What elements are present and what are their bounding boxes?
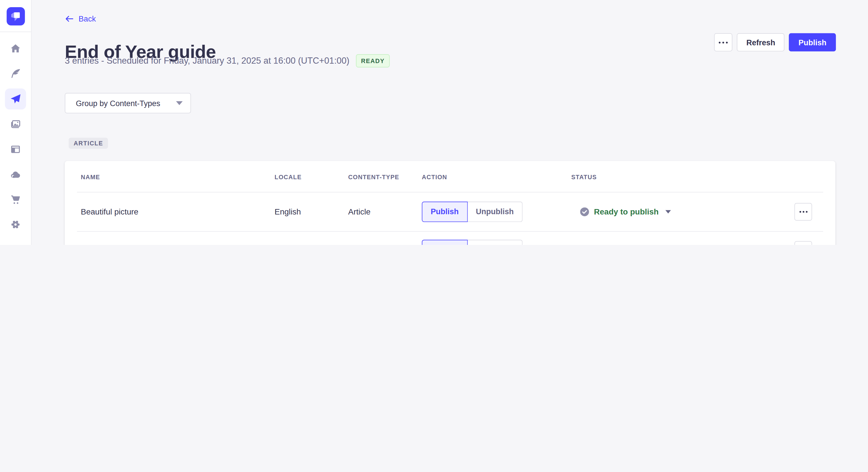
column-header-content-type: CONTENT-TYPE [348, 173, 399, 180]
table-row[interactable]: A bug is becoming a meme on the internet… [65, 231, 836, 245]
group-heading-article: ARTICLE [69, 138, 108, 149]
row-more-button[interactable] [794, 203, 812, 221]
column-header-locale: LOCALE [275, 173, 302, 180]
sidebar-divider-top [0, 32, 31, 32]
refresh-button[interactable]: Refresh [737, 33, 784, 52]
app: KD Back End of Year guide 3 entries - Sc… [0, 0, 868, 245]
publish-toggle-button[interactable]: Publish [422, 202, 468, 222]
entries-table: NAME LOCALE CONTENT-TYPE ACTION STATUS B… [65, 161, 836, 245]
column-header-action: ACTION [422, 173, 447, 180]
chevron-down-icon [176, 101, 183, 105]
gear-icon [10, 219, 21, 230]
release-subtitle: 3 entries - Scheduled for Friday, Januar… [65, 56, 350, 66]
column-header-status: STATUS [571, 173, 597, 180]
entry-content-type: Article [348, 207, 371, 216]
publish-release-button[interactable]: Publish [789, 33, 836, 52]
table-header: NAME LOCALE CONTENT-TYPE ACTION STATUS [65, 161, 836, 193]
release-meta: 3 entries - Scheduled for Friday, Januar… [65, 54, 390, 67]
sidebar-item-home[interactable] [5, 38, 26, 59]
sidebar-item-settings[interactable] [5, 214, 26, 235]
sidebar-item-cloud[interactable] [5, 164, 26, 185]
sidebar-item-marketplace[interactable] [5, 189, 26, 210]
back-link[interactable]: Back [65, 14, 96, 23]
pictures-icon [10, 119, 21, 130]
entry-name: Beautiful picture [81, 207, 138, 216]
paper-plane-icon [10, 94, 21, 105]
publish-toggle-button[interactable]: Publish [422, 240, 468, 245]
row-more-button[interactable] [794, 241, 812, 245]
unpublish-toggle-button[interactable]: Unpublish [468, 240, 523, 245]
ellipsis-icon [799, 210, 807, 213]
group-by-select[interactable]: Group by Content-Types [65, 93, 191, 113]
back-label: Back [79, 14, 96, 23]
entry-locale: English [275, 207, 301, 216]
entry-action-toggle: Publish Unpublish [422, 202, 523, 222]
unpublish-toggle-button[interactable]: Unpublish [468, 202, 523, 222]
home-icon [10, 43, 21, 54]
feather-icon [10, 68, 21, 79]
chevron-down-icon [665, 210, 671, 213]
strapi-logo-icon [7, 7, 25, 26]
sidebar-item-content-manager[interactable] [5, 63, 26, 84]
arrow-left-icon [65, 14, 74, 23]
sidebar-item-releases[interactable] [5, 89, 26, 109]
cloud-icon [10, 169, 21, 180]
strapi-logo[interactable] [7, 7, 25, 26]
cart-icon [10, 194, 21, 205]
main-content: Back End of Year guide 3 entries - Sched… [32, 0, 868, 245]
entry-status-label: Ready to publish [594, 207, 658, 216]
sidebar: KD [0, 0, 32, 245]
header-actions: Refresh Publish [714, 33, 836, 52]
table-row[interactable]: Beautiful picture English Article Publis… [65, 193, 836, 231]
ellipsis-icon [719, 41, 728, 43]
status-badge: READY [356, 54, 390, 67]
entry-status-dropdown[interactable]: Ready to publish [580, 207, 671, 216]
check-circle-icon [580, 207, 589, 216]
column-header-name: NAME [81, 173, 100, 180]
layout-icon [10, 144, 21, 155]
sidebar-item-content-type-builder[interactable] [5, 139, 26, 160]
sidebar-item-media-library[interactable] [5, 114, 26, 135]
more-options-button[interactable] [714, 33, 733, 52]
group-by-value: Group by Content-Types [76, 99, 160, 107]
entry-action-toggle: Publish Unpublish [422, 240, 523, 245]
